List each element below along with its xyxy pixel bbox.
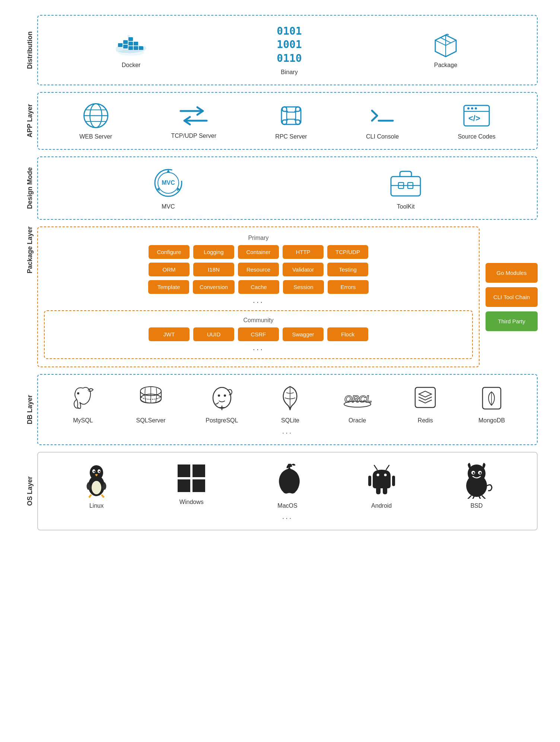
redis-item: Redis bbox=[412, 384, 438, 424]
globe-icon bbox=[82, 102, 110, 130]
svg-text:ORCL: ORCL bbox=[344, 393, 372, 405]
svg-point-66 bbox=[479, 472, 481, 474]
cli-tool-chain-badge: CLI Tool Chain bbox=[486, 287, 538, 307]
svg-point-56 bbox=[384, 474, 386, 476]
svg-point-55 bbox=[376, 474, 379, 476]
architecture-diagram: Distribution bbox=[22, 15, 538, 537]
svg-rect-54 bbox=[192, 479, 205, 492]
side-badges: Go Modules CLI Tool Chain Third Party bbox=[486, 226, 538, 367]
mysql-label: MySQL bbox=[73, 417, 93, 424]
redis-icon bbox=[412, 384, 438, 413]
oracle-item: ORCL Oracle bbox=[343, 384, 372, 424]
cli-console-label: CLI Console bbox=[366, 133, 399, 140]
svg-rect-60 bbox=[392, 476, 395, 486]
testing-badge: Testing bbox=[327, 263, 368, 276]
tcp-udp-server-label: TCP/UDP Server bbox=[171, 133, 217, 139]
db-dots: ... bbox=[282, 427, 293, 435]
svg-point-21 bbox=[467, 107, 470, 110]
svg-rect-17 bbox=[287, 112, 296, 119]
jwt-badge: JWT bbox=[149, 327, 190, 341]
svg-point-9 bbox=[118, 50, 144, 56]
svg-point-35 bbox=[213, 387, 231, 408]
sqlite-item: SQLite bbox=[278, 384, 302, 424]
package-item: Package bbox=[431, 32, 461, 69]
app-content: WEB Server TCP/UDP Server bbox=[37, 92, 538, 150]
bsd-item: BSD bbox=[460, 462, 493, 509]
toolkit-item: ToolKit bbox=[388, 166, 423, 210]
svg-point-50 bbox=[99, 471, 100, 472]
conversion-badge: Conversion bbox=[193, 280, 235, 294]
primary-row2: ORM I18N Resource Validator Testing bbox=[44, 263, 473, 276]
svg-point-32 bbox=[77, 392, 79, 394]
tcp-udp-server-item: TCP/UDP Server bbox=[171, 103, 217, 139]
command-icon bbox=[276, 102, 306, 130]
toolkit-label: ToolKit bbox=[397, 203, 415, 210]
arrows-icon bbox=[177, 103, 210, 129]
cli-console-item: CLI Console bbox=[366, 102, 399, 140]
mvc-item: MVC MVC bbox=[152, 166, 185, 210]
mysql-icon bbox=[70, 384, 96, 413]
http-badge: HTTP bbox=[283, 245, 324, 259]
template-badge: Template bbox=[148, 280, 189, 294]
svg-rect-53 bbox=[178, 479, 190, 492]
postgresql-label: PostgreSQL bbox=[206, 417, 238, 424]
app-layer: APP Layer WEB Server bbox=[22, 92, 538, 150]
toolkit-icon bbox=[388, 166, 423, 200]
android-label: Android bbox=[371, 502, 392, 509]
package-icon bbox=[431, 32, 461, 58]
flock-badge: Flock bbox=[327, 327, 368, 341]
postgresql-icon bbox=[209, 384, 235, 413]
configure-badge: Configure bbox=[149, 245, 190, 259]
primary-row1: Configure Logging Container HTTP TCP/UDP bbox=[44, 245, 473, 259]
sqlserver-icon bbox=[138, 384, 164, 413]
resource-badge: Resource bbox=[238, 263, 279, 276]
session-badge: Session bbox=[283, 280, 324, 294]
mvc-icon: MVC bbox=[152, 166, 185, 200]
linux-icon bbox=[82, 462, 111, 499]
design-label: Design Mode bbox=[22, 156, 37, 220]
os-dots: ... bbox=[282, 512, 293, 521]
svg-text:MVC: MVC bbox=[162, 180, 175, 186]
source-codes-item: </> Source Codes bbox=[458, 102, 495, 140]
svg-point-23 bbox=[475, 107, 477, 110]
oracle-icon: ORCL bbox=[343, 384, 372, 413]
primary-row3: Template Conversion Cache Session Errors bbox=[44, 280, 473, 294]
distribution-content: Docker 010110010110 Binary bbox=[37, 15, 538, 85]
swagger-badge: Swagger bbox=[283, 327, 324, 341]
sqlite-label: SQLite bbox=[281, 417, 299, 424]
redis-label: Redis bbox=[418, 417, 433, 424]
postgresql-item: PostgreSQL bbox=[206, 384, 238, 424]
svg-point-65 bbox=[472, 472, 474, 474]
primary-label: Primary bbox=[44, 235, 473, 241]
bsd-label: BSD bbox=[470, 502, 483, 509]
design-content: MVC MVC ToolKit bbox=[37, 156, 538, 220]
oracle-label: Oracle bbox=[349, 417, 366, 424]
package-main-box: Primary Configure Logging Container HTTP… bbox=[37, 226, 480, 367]
web-server-label: WEB Server bbox=[79, 133, 112, 140]
db-content: MySQL SQLServer bbox=[37, 374, 538, 445]
windows-icon bbox=[175, 462, 208, 495]
binary-icon: 010110010110 bbox=[277, 25, 302, 65]
svg-line-57 bbox=[374, 465, 377, 470]
community-dots: ... bbox=[51, 343, 466, 352]
svg-rect-51 bbox=[178, 464, 190, 477]
errors-badge: Errors bbox=[328, 280, 369, 294]
sqlserver-item: SQLServer bbox=[136, 384, 165, 424]
package-layer: Package Layer Primary Configure Logging … bbox=[22, 226, 538, 367]
binary-label: Binary bbox=[281, 69, 298, 76]
android-icon bbox=[367, 462, 397, 499]
source-codes-label: Source Codes bbox=[458, 133, 495, 140]
rpc-server-item: RPC Server bbox=[275, 102, 307, 140]
os-content: Linux Windows bbox=[37, 452, 538, 530]
bsd-icon bbox=[460, 462, 493, 499]
community-row1: JWT UUID CSRF Swagger Flock bbox=[51, 327, 466, 341]
os-layer: OS Layer bbox=[22, 452, 538, 530]
primary-dots: ... bbox=[44, 295, 473, 305]
windows-label: Windows bbox=[179, 499, 204, 505]
distribution-label: Distribution bbox=[22, 15, 37, 85]
go-modules-badge: Go Modules bbox=[486, 263, 538, 283]
svg-point-10 bbox=[143, 45, 144, 47]
cli-icon bbox=[368, 102, 397, 130]
sqlite-icon bbox=[278, 384, 302, 413]
os-label: OS Layer bbox=[22, 452, 37, 530]
